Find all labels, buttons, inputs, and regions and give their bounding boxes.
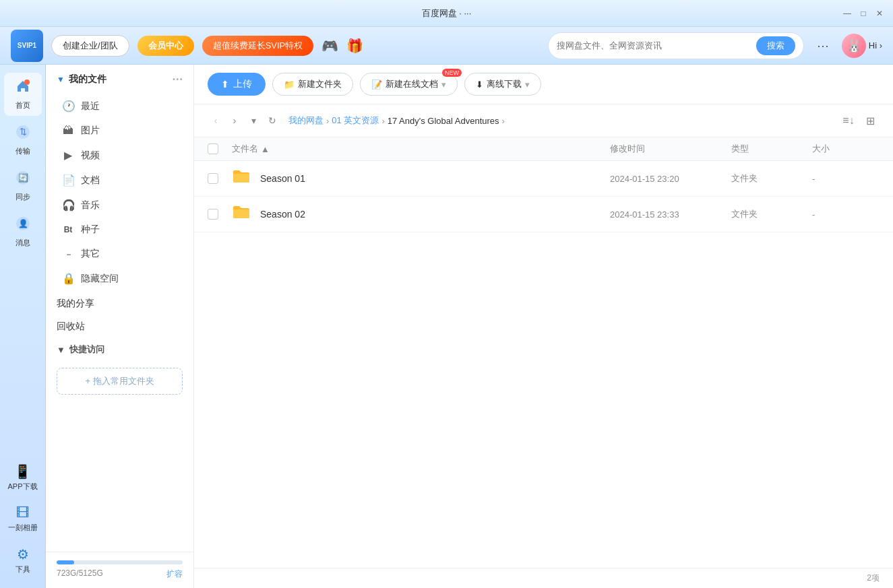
search-button[interactable]: 搜索 — [756, 36, 795, 55]
svg-point-0 — [24, 79, 30, 85]
nav-item-tools[interactable]: ⚙ 下具 — [4, 541, 42, 580]
breadcrumb: ‹ › ▾ ↻ 我的网盘 › 01 英文资源 › 17 Andy's Globa… — [194, 104, 893, 137]
breadcrumb-path1[interactable]: 01 英文资源 — [332, 115, 379, 127]
nav-item-app[interactable]: 📱 APP下载 — [4, 458, 42, 497]
close-button[interactable]: ✕ — [874, 8, 885, 19]
search-bar: 搜索 — [548, 32, 804, 59]
navigation-arrows: ‹ › ▾ ↻ — [208, 112, 280, 129]
status-bar: 2项 — [194, 568, 893, 588]
user-avatar-area[interactable]: 🐰 Hi › — [842, 34, 882, 58]
vip-center-button[interactable]: 会员中心 — [137, 36, 194, 56]
sidebar-share-section[interactable]: 我的分享 — [46, 291, 193, 314]
tools-icon: ⚙ — [17, 546, 29, 562]
breadcrumb-root[interactable]: 我的网盘 — [288, 115, 324, 127]
new-folder-label: 新建文件夹 — [298, 78, 342, 90]
sidebar-item-music[interactable]: 🎧 音乐 — [46, 193, 193, 218]
other-icon: ··· — [62, 249, 74, 259]
sidebar-item-other[interactable]: ··· 其它 — [46, 242, 193, 266]
home-label: 首页 — [16, 100, 30, 110]
nav-item-message[interactable]: 👤 消息 — [4, 210, 42, 253]
tools-label: 下具 — [16, 564, 30, 575]
sidebar-trash-section[interactable]: 回收站 — [46, 314, 193, 337]
storage-text: 723G/5125G 扩容 — [57, 568, 183, 580]
toolbar: ⬆ 上传 📁 新建文件夹 📝 新建在线文档 ▾ NEW ⬇ — [194, 65, 893, 104]
nav-item-album[interactable]: 🎞 一刻相册 — [4, 500, 42, 538]
sort-icon[interactable]: ▲ — [261, 144, 270, 154]
row-size-0: - — [812, 174, 880, 184]
refresh-button[interactable]: ↻ — [264, 112, 280, 129]
nav-item-transfer[interactable]: ⇅ 传输 — [4, 119, 42, 162]
svg-text:🔄: 🔄 — [18, 172, 28, 183]
bt-icon: Bt — [62, 225, 74, 234]
view-options: ≡↓ ⊞ — [839, 111, 880, 130]
table-row[interactable]: Season 02 2024-01-15 23:33 文件夹 - — [194, 197, 893, 232]
main-layout: 首页 ⇅ 传输 🔄 同步 � — [0, 65, 893, 588]
header-name-col: 文件名 ▲ — [232, 143, 610, 155]
maximize-button[interactable]: □ — [858, 8, 869, 19]
transfer-icon: ⇅ — [15, 124, 31, 144]
upload-label: 上传 — [233, 78, 252, 90]
title-bar-controls: — □ ✕ — [842, 8, 885, 19]
nav-item-home[interactable]: 首页 — [4, 73, 42, 116]
table-row[interactable]: Season 01 2024-01-15 23:20 文件夹 - — [194, 161, 893, 197]
sidebar-item-hidden[interactable]: 🔒 隐藏空间 — [46, 266, 193, 291]
forward-button[interactable]: › — [226, 112, 243, 129]
svg-text:⇅: ⇅ — [19, 127, 26, 137]
gift-icon[interactable]: 🎁 — [346, 38, 363, 54]
offline-download-wrapper: ⬇ 离线下载 ▾ — [464, 73, 541, 96]
svip-extend-button[interactable]: 超值续费延长SVIP特权 — [202, 36, 314, 56]
folder-icon-1 — [232, 203, 251, 225]
sidebar-item-doc[interactable]: 📄 文档 — [46, 168, 193, 193]
sidebar-my-files-header: ▼ 我的文件 ⋯ — [46, 65, 193, 94]
sidebar-item-doc-label: 文档 — [81, 174, 100, 187]
expand-storage-link[interactable]: 扩容 — [166, 568, 183, 580]
sidebar-my-files-label: 我的文件 — [69, 73, 106, 86]
more-options-button[interactable]: ⋯ — [812, 35, 834, 57]
quick-access-arrow-icon: ▼ — [57, 345, 65, 355]
game-icon[interactable]: 🎮 — [321, 38, 338, 54]
search-input[interactable] — [557, 40, 756, 51]
storage-bar — [57, 560, 183, 564]
sidebar-item-recent[interactable]: 🕐 最近 — [46, 94, 193, 119]
row-file-name-0: Season 01 — [260, 173, 305, 184]
upload-button[interactable]: ⬆ 上传 — [208, 73, 266, 96]
app-icon: 📱 — [14, 463, 31, 480]
row-checkbox-0[interactable] — [208, 173, 218, 184]
add-common-folder-button[interactable]: + 拖入常用文件夹 — [57, 368, 183, 395]
sidebar-item-video[interactable]: ▶ 视频 — [46, 143, 193, 168]
list-sort-button[interactable]: ≡↓ — [839, 111, 858, 130]
row-file-name-1: Season 02 — [260, 209, 305, 220]
sidebar-item-photo[interactable]: 🏔 图片 — [46, 119, 193, 143]
upload-icon: ⬆ — [221, 79, 229, 90]
message-icon: 👤 — [15, 216, 31, 236]
offline-download-button[interactable]: ⬇ 离线下载 ▾ — [464, 73, 541, 96]
logo: SVIP 1 — [11, 30, 43, 62]
sync-icon: 🔄 — [15, 170, 31, 190]
grid-view-button[interactable]: ⊞ — [861, 111, 880, 130]
file-count: 2项 — [867, 573, 880, 583]
sidebar-item-bt[interactable]: Bt 种子 — [46, 218, 193, 242]
nav-item-sync[interactable]: 🔄 同步 — [4, 164, 42, 207]
select-all-checkbox[interactable] — [208, 143, 218, 154]
row-checkbox-1[interactable] — [208, 209, 218, 220]
file-table: Season 01 2024-01-15 23:20 文件夹 - Season … — [194, 161, 893, 568]
storage-usage: 723G/5125G — [57, 568, 103, 580]
sidebar-item-other-label: 其它 — [81, 248, 100, 260]
new-doc-button[interactable]: 📝 新建在线文档 ▾ — [360, 73, 458, 96]
breadcrumb-sep-2: › — [381, 116, 384, 126]
create-team-button[interactable]: 创建企业/团队 — [51, 35, 129, 57]
breadcrumb-path2: 17 Andy's Global Adventures — [388, 116, 499, 126]
new-badge: NEW — [442, 69, 462, 77]
message-label: 消息 — [16, 238, 30, 248]
sidebar-more-icon[interactable]: ⋯ — [172, 73, 183, 86]
content-area: ⬆ 上传 📁 新建文件夹 📝 新建在线文档 ▾ NEW ⬇ — [194, 65, 893, 588]
new-folder-button[interactable]: 📁 新建文件夹 — [272, 73, 353, 96]
back-button[interactable]: ‹ — [208, 112, 224, 129]
photo-icon: 🏔 — [62, 125, 74, 137]
minimize-button[interactable]: — — [842, 8, 853, 19]
lock-icon: 🔒 — [62, 272, 74, 285]
dropdown-button[interactable]: ▾ — [245, 112, 261, 129]
transfer-label: 传输 — [16, 146, 30, 156]
header-check-col — [208, 143, 232, 154]
sidebar-item-bt-label: 种子 — [81, 224, 100, 236]
